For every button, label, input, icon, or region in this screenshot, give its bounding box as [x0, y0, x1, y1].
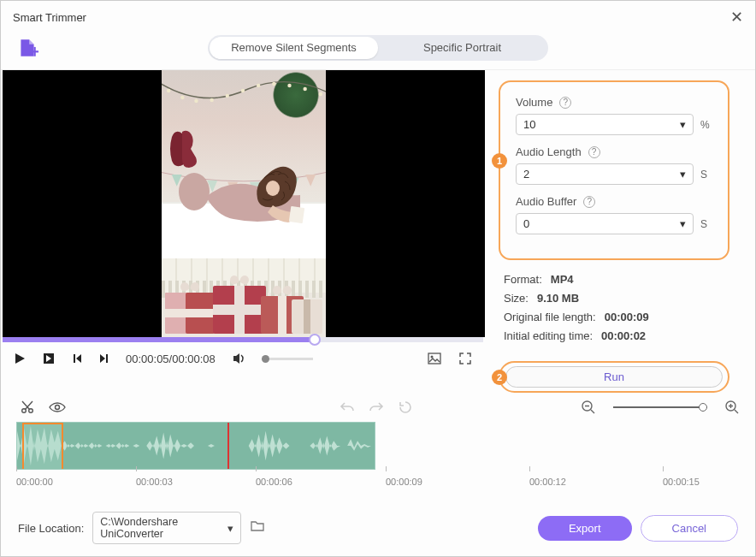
edit-time-value: 00:00:02: [601, 327, 646, 346]
snapshot-icon[interactable]: [427, 351, 442, 366]
next-button[interactable]: [98, 353, 110, 364]
play-button[interactable]: [13, 352, 27, 365]
volume-label: Volume: [516, 96, 552, 109]
fullscreen-icon[interactable]: [458, 351, 473, 366]
size-label: Size:: [504, 289, 529, 308]
progress-bar[interactable]: [3, 337, 483, 342]
prev-button[interactable]: [71, 353, 83, 364]
chevron-down-icon: ▾: [680, 217, 686, 230]
svg-point-10: [287, 84, 291, 87]
svg-point-29: [56, 406, 60, 410]
chevron-down-icon: ▾: [680, 118, 686, 131]
app-logo-icon: [16, 37, 38, 59]
timeline[interactable]: 00:00:00 00:00:03 00:00:06 00:00:09 00:0…: [1, 422, 755, 494]
zoom-slider[interactable]: [613, 406, 707, 408]
tick-label: 00:00:12: [529, 477, 566, 487]
svg-marker-20: [305, 175, 316, 187]
redo-icon[interactable]: [369, 400, 384, 415]
audio-length-label: Audio Length: [516, 145, 582, 158]
tick-label: 00:00:15: [663, 477, 700, 487]
svg-point-12: [319, 92, 322, 96]
audio-buffer-label: Audio Buffer: [516, 195, 576, 208]
svg-point-2: [167, 89, 170, 92]
cut-icon[interactable]: [20, 400, 35, 415]
video-preview[interactable]: [3, 70, 485, 337]
svg-point-21: [179, 173, 210, 210]
time-display: 00:00:05/00:00:08: [126, 353, 216, 365]
undo-icon[interactable]: [340, 400, 355, 415]
chevron-down-icon: ▾: [227, 522, 233, 535]
tab-remove-silent[interactable]: Remove Silent Segments: [210, 37, 378, 59]
svg-rect-23: [289, 206, 304, 223]
reset-icon[interactable]: [398, 400, 413, 415]
help-icon[interactable]: ?: [588, 146, 600, 158]
step-badge-2: 2: [492, 370, 507, 385]
volume-slider[interactable]: [262, 358, 313, 360]
audio-buffer-unit: S: [700, 218, 712, 230]
format-value: MP4: [551, 270, 574, 289]
settings-panel: 1 Volume? 10▾ % Audio Length? 2▾ S Audio…: [485, 70, 755, 393]
close-button[interactable]: ✕: [730, 8, 743, 27]
zoom-out-icon[interactable]: [581, 400, 596, 415]
playhead[interactable]: [227, 422, 229, 470]
svg-point-8: [257, 84, 260, 87]
volume-dropdown[interactable]: 10▾: [516, 114, 694, 135]
svg-point-3: [180, 96, 184, 99]
zoom-in-icon[interactable]: [724, 400, 740, 415]
file-location-dropdown[interactable]: C:\Wondershare UniConverter▾: [92, 512, 241, 544]
window-title: Smart Trimmer: [13, 11, 86, 24]
svg-point-26: [431, 356, 434, 358]
svg-rect-1: [34, 47, 36, 56]
step-badge-1: 1: [492, 153, 507, 169]
audio-buffer-dropdown[interactable]: 0▾: [516, 213, 694, 234]
audio-length-unit: S: [700, 169, 712, 181]
tick-label: 00:00:03: [136, 477, 173, 487]
format-label: Format:: [504, 270, 542, 289]
timeline-ruler: 00:00:00 00:00:03 00:00:06 00:00:09 00:0…: [16, 470, 740, 494]
export-button[interactable]: Export: [538, 516, 632, 541]
help-icon[interactable]: ?: [583, 196, 595, 208]
tab-specific-portrait[interactable]: Specific Portrait: [378, 37, 546, 59]
chevron-down-icon: ▾: [680, 168, 686, 181]
size-value: 9.10 MB: [537, 289, 579, 308]
cancel-button[interactable]: Cancel: [641, 515, 738, 542]
svg-rect-25: [428, 353, 440, 364]
tick-label: 00:00:09: [386, 477, 422, 487]
svg-point-22: [266, 181, 280, 196]
preview-icon[interactable]: [49, 401, 66, 413]
svg-point-11: [303, 87, 306, 91]
video-frame: [162, 70, 326, 337]
svg-point-4: [194, 99, 198, 103]
volume-icon[interactable]: [231, 351, 246, 366]
edit-time-label: Initial editing time:: [504, 327, 593, 346]
svg-point-7: [241, 89, 245, 92]
run-button[interactable]: Run: [505, 366, 723, 388]
waveform[interactable]: [16, 422, 375, 470]
open-folder-icon[interactable]: [250, 519, 265, 536]
step-forward-button[interactable]: [42, 352, 56, 365]
tick-label: 00:00:06: [256, 477, 292, 487]
file-location-label: File Location:: [18, 522, 84, 535]
help-icon[interactable]: ?: [559, 97, 571, 109]
svg-point-9: [272, 82, 275, 86]
timeline-selection[interactable]: [22, 423, 63, 470]
volume-unit: %: [700, 119, 712, 131]
orig-len-label: Original file length:: [504, 308, 596, 327]
video-panel: 00:00:05/00:00:08: [1, 70, 485, 393]
svg-point-6: [226, 94, 229, 98]
tick-label: 00:00:00: [16, 477, 53, 487]
mode-tabs: Remove Silent Segments Specific Portrait: [208, 35, 548, 61]
svg-point-5: [210, 98, 213, 102]
audio-length-dropdown[interactable]: 2▾: [516, 163, 694, 185]
orig-len-value: 00:00:09: [605, 308, 649, 327]
